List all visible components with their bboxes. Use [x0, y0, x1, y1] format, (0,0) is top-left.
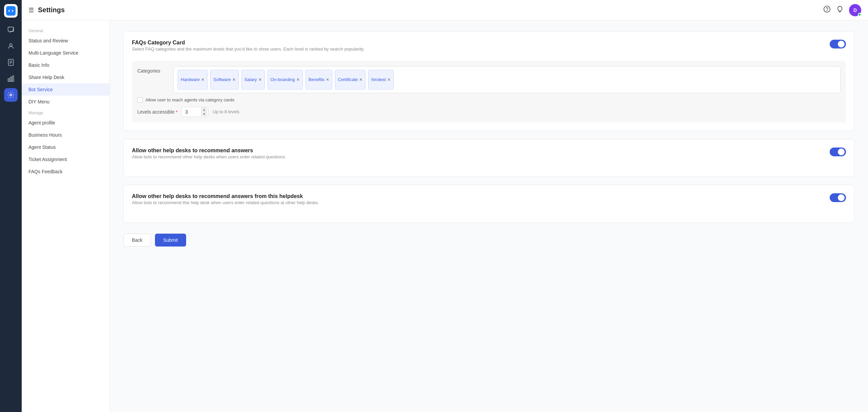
- faq-category-card-section: FAQs Category Card Select FAQ categories…: [123, 31, 854, 131]
- required-star: *: [176, 110, 178, 115]
- tag-onboarding: On-boarding ✕: [268, 70, 303, 90]
- tag-benefits-remove[interactable]: ✕: [326, 77, 329, 82]
- allow-recommend-from-section: Allow other help desks to recommend answ…: [123, 185, 854, 223]
- tag-onboarding-label: On-boarding: [271, 77, 295, 82]
- levels-label: Levels accessible *: [137, 109, 177, 115]
- page-title: Settings: [38, 6, 823, 14]
- tag-hirotest: hirotest ✕: [368, 70, 394, 90]
- tag-certificate-label: Certificate: [338, 77, 358, 82]
- tag-benefits: Benefits ✕: [305, 70, 332, 90]
- tag-certificate: Certificate ✕: [335, 70, 366, 90]
- sidebar: General Status and Review Multi-Language…: [22, 20, 110, 412]
- content-area: FAQs Category Card Select FAQ categories…: [110, 20, 868, 412]
- svg-rect-9: [10, 77, 12, 81]
- levels-hint: Up to 8 levels: [213, 109, 239, 114]
- avatar-initial: D: [853, 7, 857, 13]
- submit-button[interactable]: Submit: [155, 234, 186, 247]
- help-icon[interactable]: [823, 5, 831, 15]
- sidebar-item-multi-language[interactable]: Multi-Language Service: [22, 47, 110, 59]
- allow-recommend-from-title: Allow other help desks to recommend answ…: [132, 193, 319, 199]
- main-layout: General Status and Review Multi-Language…: [22, 20, 868, 412]
- allow-recommend-title: Allow other help desks to recommend answ…: [132, 148, 286, 154]
- allow-recommend-desc: Allow bots to recommend other help desks…: [132, 154, 286, 160]
- tag-hirotest-label: hirotest: [371, 77, 386, 82]
- faq-card-desc: Select FAQ categories and the maximum le…: [132, 46, 364, 53]
- sidebar-section-general: General: [22, 26, 110, 35]
- categories-box: Categories Hardware ✕ Software ✕ Salary: [132, 61, 846, 122]
- faq-card-title: FAQs Category Card: [132, 40, 364, 46]
- sidebar-item-ticket-assignment[interactable]: Ticket Assignment: [22, 153, 110, 165]
- sidebar-item-status-review[interactable]: Status and Review: [22, 35, 110, 47]
- menu-toggle-icon[interactable]: ☰: [28, 6, 34, 14]
- tag-certificate-remove[interactable]: ✕: [359, 77, 362, 82]
- faq-card-toggle[interactable]: [830, 40, 846, 48]
- header: ☰ Settings D: [22, 0, 868, 20]
- sidebar-item-agent-status[interactable]: Agent Status: [22, 141, 110, 153]
- reach-agents-label: Allow user to reach agents via category …: [145, 97, 234, 102]
- app-logo[interactable]: [4, 4, 18, 18]
- svg-point-13: [827, 11, 827, 11]
- sidebar-item-business-hours[interactable]: Business Hours: [22, 129, 110, 141]
- tags-container[interactable]: Hardware ✕ Software ✕ Salary ✕ On-boar: [173, 66, 841, 93]
- sidebar-item-faqs-feedback[interactable]: FAQs Feedback: [22, 165, 110, 178]
- allow-recommend-toggle[interactable]: [830, 148, 846, 156]
- icon-bar: [0, 0, 22, 412]
- levels-row: Levels accessible * ▲ ▼ Up to 8 levels: [137, 107, 841, 117]
- avatar[interactable]: D: [849, 4, 861, 16]
- sidebar-section-manage: Manage: [22, 108, 110, 117]
- checkbox-row: Allow user to reach agents via category …: [137, 97, 841, 103]
- bottom-buttons: Back Submit: [123, 234, 854, 247]
- svg-point-3: [9, 44, 12, 46]
- tag-hardware-label: Hardware: [181, 77, 200, 82]
- levels-input-wrap: ▲ ▼: [181, 107, 209, 117]
- allow-recommend-from-toggle[interactable]: [830, 193, 846, 202]
- avatar-status-dot: [858, 13, 861, 16]
- svg-rect-10: [13, 76, 14, 82]
- allow-recommend-text: Allow other help desks to recommend answ…: [132, 148, 286, 166]
- levels-down-btn[interactable]: ▼: [201, 112, 207, 116]
- tag-hirotest-remove[interactable]: ✕: [387, 77, 391, 82]
- allow-recommend-from-text: Allow other help desks to recommend answ…: [132, 193, 319, 212]
- chat-nav-icon[interactable]: [4, 23, 18, 37]
- bulb-icon[interactable]: [836, 5, 844, 15]
- sidebar-item-bot-service[interactable]: Bot Service: [22, 83, 110, 96]
- settings-nav-icon[interactable]: [4, 88, 18, 102]
- levels-spinners: ▲ ▼: [201, 107, 207, 116]
- levels-up-btn[interactable]: ▲: [201, 107, 207, 112]
- tag-salary-label: Salary: [244, 77, 257, 82]
- faq-card-header: FAQs Category Card Select FAQ categories…: [132, 40, 846, 58]
- header-right: D: [823, 4, 861, 16]
- svg-point-1: [9, 9, 12, 12]
- back-button[interactable]: Back: [123, 234, 151, 247]
- tag-benefits-label: Benefits: [309, 77, 324, 82]
- sidebar-item-diy-menu[interactable]: DIY Menu: [22, 96, 110, 108]
- allow-recommend-header: Allow other help desks to recommend answ…: [132, 148, 846, 166]
- tag-salary: Salary ✕: [241, 70, 265, 90]
- sidebar-item-agent-profile[interactable]: Agent profile: [22, 117, 110, 129]
- allow-recommend-from-desc: Allow bots to recommend this help desk w…: [132, 199, 319, 206]
- allow-recommend-from-header: Allow other help desks to recommend answ…: [132, 193, 846, 212]
- tag-software-label: Software: [213, 77, 231, 82]
- user-nav-icon[interactable]: [4, 39, 18, 53]
- tag-salary-remove[interactable]: ✕: [258, 77, 262, 82]
- reach-agents-checkbox[interactable]: [137, 97, 143, 103]
- sidebar-item-basic-info[interactable]: Basic Info: [22, 59, 110, 71]
- categories-label: Categories: [137, 66, 168, 74]
- tag-hardware: Hardware ✕: [178, 70, 208, 90]
- document-nav-icon[interactable]: [4, 56, 18, 69]
- svg-rect-8: [8, 79, 9, 81]
- tag-hardware-remove[interactable]: ✕: [201, 77, 204, 82]
- svg-point-11: [10, 94, 12, 96]
- sidebar-item-share-help-desk[interactable]: Share Help Desk: [22, 71, 110, 83]
- tag-software-remove[interactable]: ✕: [232, 77, 236, 82]
- faq-card-title-area: FAQs Category Card Select FAQ categories…: [132, 40, 364, 58]
- tag-onboarding-remove[interactable]: ✕: [296, 77, 300, 82]
- categories-row: Categories Hardware ✕ Software ✕ Salary: [137, 66, 841, 93]
- tag-software: Software ✕: [210, 70, 238, 90]
- chart-nav-icon[interactable]: [4, 72, 18, 85]
- allow-recommend-section: Allow other help desks to recommend answ…: [123, 139, 854, 177]
